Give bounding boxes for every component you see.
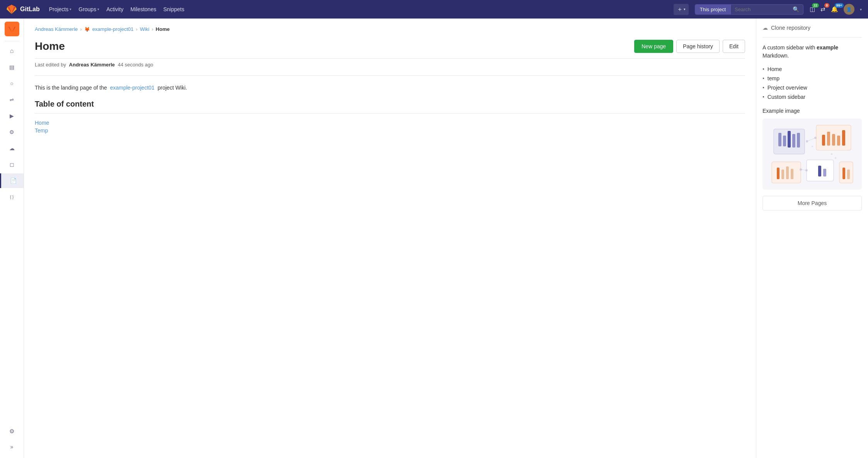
search-scope-label: This project	[695, 5, 731, 14]
project-avatar-icon	[8, 25, 16, 33]
sidebar-item-wiki[interactable]: 📄	[0, 173, 24, 188]
gitlab-logo-icon	[6, 4, 17, 15]
sidebar-nav-item-overview: ● Project overview	[762, 85, 862, 91]
breadcrumb-sep-2: ›	[136, 26, 138, 32]
nav-activity[interactable]: Activity	[103, 4, 126, 15]
search-icon: 🔍	[789, 6, 803, 12]
svg-rect-14	[781, 170, 784, 179]
topnav-nav: Projects ▾ Groups ▾ Activity Milestones …	[46, 4, 187, 15]
svg-rect-8	[827, 132, 830, 146]
svg-rect-5	[797, 133, 800, 148]
toc-link-home[interactable]: Home	[35, 120, 49, 126]
bullet-icon: ●	[762, 68, 764, 71]
plus-icon: ＋	[677, 5, 683, 14]
notifications-badge: 99+	[835, 3, 844, 8]
nav-milestones[interactable]: Milestones	[128, 4, 160, 15]
svg-rect-9	[832, 134, 835, 146]
toc-item-temp: Temp	[35, 127, 745, 134]
sidebar-item-issues[interactable]: ○	[5, 76, 19, 91]
breadcrumb-current: Home	[156, 26, 170, 32]
brand[interactable]: GitLab	[6, 4, 40, 15]
sidebar-item-monitor[interactable]: ◻	[5, 157, 19, 172]
sidebar-bottom: ⚙ »	[5, 423, 19, 455]
avatar-chevron-icon[interactable]: ▾	[860, 7, 862, 12]
svg-rect-16	[791, 169, 793, 179]
notifications-icon-btn[interactable]: 🔔 99+	[831, 6, 838, 13]
intro-text: This is the landing page of the example-…	[35, 83, 745, 92]
svg-rect-15	[786, 166, 789, 179]
toc-link-temp[interactable]: Temp	[35, 127, 48, 134]
sidebar-nav-link-temp[interactable]: temp	[768, 75, 779, 81]
meta-author: Andreas Kämmerle	[69, 62, 115, 68]
toc-heading: Table of content	[35, 100, 745, 109]
sidebar-item-collapse[interactable]: »	[5, 439, 19, 454]
sidebar-nav-item-home: ● Home	[762, 66, 862, 72]
sidebar-description: A custom sidebar with example Markdown.	[762, 44, 862, 60]
sidebar-nav-item-temp: ● temp	[762, 75, 862, 81]
svg-rect-11	[842, 130, 845, 146]
wiki-content: This is the landing page of the example-…	[35, 83, 745, 134]
example-image-label: Example image	[762, 108, 862, 114]
svg-rect-4	[792, 134, 795, 148]
meta-time: 44 seconds ago	[118, 62, 153, 68]
search-input[interactable]	[731, 5, 789, 14]
breadcrumb-project[interactable]: example-project01	[92, 26, 134, 32]
sidebar-divider	[5, 41, 19, 41]
svg-point-30	[831, 153, 832, 155]
monitor-badge: 22	[812, 3, 819, 8]
svg-rect-22	[847, 170, 850, 179]
left-sidebar: ⌂ ▤ ○ ⇌ ▶ ⚙ ☁ ◻ 📄 { } ⚙ »	[0, 19, 24, 458]
sidebar-item-ci[interactable]: ▶	[5, 109, 19, 123]
breadcrumb-sep-1: ›	[80, 26, 82, 32]
sidebar-item-repository[interactable]: ▤	[5, 60, 19, 75]
project-avatar[interactable]	[5, 22, 19, 36]
chevron-down-icon: ▾	[97, 7, 99, 11]
sidebar-item-settings[interactable]: ⚙	[5, 424, 19, 439]
nav-groups[interactable]: Groups ▾	[75, 4, 102, 15]
sidebar-item-overview[interactable]: ⌂	[5, 44, 19, 58]
topnav-add-btn[interactable]: ＋ ▾	[674, 4, 689, 15]
mr-badge: 8	[824, 3, 829, 8]
breadcrumb-user[interactable]: Andreas Kämmerle	[35, 26, 78, 32]
avatar[interactable]: 👤	[844, 4, 854, 15]
cloud-icon: ☁	[762, 25, 768, 31]
sidebar-item-mergerequests[interactable]: ⇌	[5, 92, 19, 107]
topnav-icons: ◫ 22 ⇄ 8 🔔 99+ 👤 ▾	[810, 4, 862, 15]
breadcrumb-wiki[interactable]: Wiki	[140, 26, 150, 32]
sidebar-item-snippets[interactable]: { }	[5, 190, 19, 204]
merge-request-icon-btn[interactable]: ⇄ 8	[820, 6, 825, 13]
project-link[interactable]: example-project01	[110, 85, 155, 91]
bullet-icon: ●	[762, 95, 764, 98]
nav-snippets[interactable]: Snippets	[160, 4, 187, 15]
page-history-button[interactable]: Page history	[676, 40, 720, 53]
more-pages-button[interactable]: More Pages	[762, 196, 862, 210]
monitor-icon-btn[interactable]: ◫ 22	[810, 6, 815, 13]
edit-button[interactable]: Edit	[723, 40, 745, 53]
main-content: Andreas Kämmerle › 🦊 example-project01 ›…	[24, 19, 756, 458]
new-page-button[interactable]: New page	[634, 40, 673, 53]
svg-rect-21	[842, 168, 845, 179]
example-image	[762, 119, 862, 190]
breadcrumb: Andreas Kämmerle › 🦊 example-project01 ›…	[35, 26, 745, 32]
search-box[interactable]: This project 🔍	[695, 4, 803, 15]
sidebar-nav-link-overview[interactable]: Project overview	[768, 85, 807, 91]
page-header: Home New page Page history Edit	[35, 40, 745, 59]
toc-item-home: Home	[35, 120, 745, 126]
clone-repo[interactable]: ☁ Clone repository	[762, 25, 862, 31]
sidebar-nav-link-home[interactable]: Home	[768, 66, 782, 72]
sidebar-divider	[762, 37, 862, 37]
page-actions: New page Page history Edit	[634, 40, 745, 53]
nav-projects[interactable]: Projects ▾	[46, 4, 75, 15]
topnav: GitLab Projects ▾ Groups ▾ Activity Mile…	[0, 0, 868, 19]
clone-label: Clone repository	[771, 25, 810, 31]
brand-label: GitLab	[20, 6, 40, 13]
chevron-down-icon: ▾	[70, 7, 71, 11]
add-chevron-icon: ▾	[684, 7, 686, 11]
sidebar-item-operations[interactable]: ⚙	[5, 125, 19, 139]
sidebar-nav-link-customsidebar[interactable]: Custom sidebar	[768, 94, 805, 100]
sidebar-item-environments[interactable]: ☁	[5, 141, 19, 156]
svg-point-29	[812, 146, 813, 147]
svg-rect-18	[818, 166, 821, 176]
sidebar-nav-list: ● Home ● temp ● Project overview ● Custo…	[762, 66, 862, 100]
right-sidebar: ☁ Clone repository A custom sidebar with…	[756, 19, 868, 458]
